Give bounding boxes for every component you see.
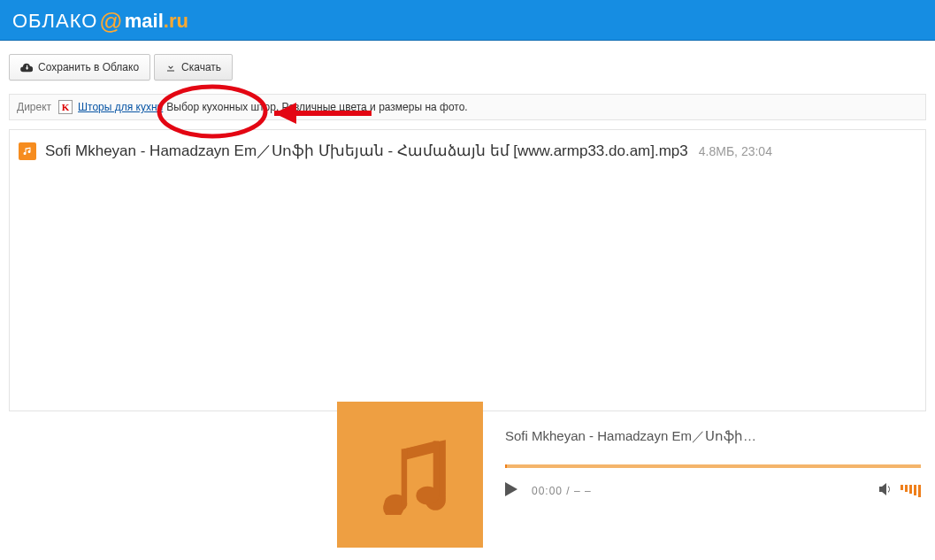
logo[interactable]: ОБЛАКО @ mail .ru — [12, 6, 188, 34]
album-cover — [337, 402, 483, 548]
cloud-download-icon — [20, 62, 33, 73]
player-controls: 00:00 / – – — [505, 482, 921, 499]
file-time: 23:04 — [741, 144, 772, 158]
file-name: Sofi Mkheyan - Hamadzayn Em／Սոֆի Մխեյան … — [45, 141, 688, 161]
progress-bar[interactable] — [505, 464, 921, 468]
speaker-icon — [879, 483, 893, 495]
duration: – – — [574, 485, 592, 497]
content-panel: Sofi Mkheyan - Hamadzayn Em／Սոֆի Մխեյան … — [9, 129, 926, 411]
save-to-cloud-button[interactable]: Сохранить в Облако — [9, 54, 150, 81]
logo-ru-text: .ru — [164, 10, 188, 33]
logo-at-sign: @ — [99, 8, 122, 35]
ad-bar: Директ K Шторы для кухни Выбор кухонных … — [9, 94, 926, 120]
logo-oblako-text: ОБЛАКО — [12, 10, 97, 33]
toolbar: Сохранить в Облако Скачать — [0, 41, 935, 94]
file-size: 4.8МБ — [699, 144, 734, 158]
track-title: Sofi Mkheyan - Hamadzayn Em／Սոֆի… — [505, 428, 921, 445]
time-display: 00:00 / – – — [532, 485, 592, 497]
logo-mail-text: mail — [125, 10, 164, 33]
file-meta: 4.8МБ, 23:04 — [699, 144, 772, 158]
download-button-label: Скачать — [181, 61, 221, 73]
download-icon — [165, 62, 176, 73]
save-button-label: Сохранить в Облако — [38, 61, 139, 73]
player-controls-wrap: Sofi Mkheyan - Hamadzayn Em／Սոֆի… 00:00 … — [505, 428, 921, 499]
app-header: ОБЛАКО @ mail .ru — [0, 0, 935, 41]
svg-rect-4 — [433, 441, 438, 497]
play-icon — [505, 482, 517, 496]
music-note-icon — [375, 435, 446, 515]
file-row: Sofi Mkheyan - Hamadzayn Em／Սոֆի Մխեյան … — [10, 130, 925, 172]
current-time: 00:00 — [532, 485, 563, 497]
ad-k-icon: K — [58, 100, 73, 114]
time-separator: / — [563, 485, 574, 497]
ad-link[interactable]: Шторы для кухни — [78, 101, 163, 113]
music-file-icon — [19, 142, 36, 160]
play-button[interactable] — [505, 482, 517, 499]
download-button[interactable]: Скачать — [154, 54, 233, 81]
ad-direkt-label: Директ — [17, 101, 51, 113]
player-area: Sofi Mkheyan - Hamadzayn Em／Սոֆի… 00:00 … — [10, 172, 925, 410]
ad-text: Выбор кухонных штор. Различные цвета и р… — [166, 101, 467, 113]
volume-level[interactable] — [901, 485, 921, 497]
svg-rect-3 — [401, 449, 406, 505]
volume-button[interactable] — [879, 483, 893, 498]
